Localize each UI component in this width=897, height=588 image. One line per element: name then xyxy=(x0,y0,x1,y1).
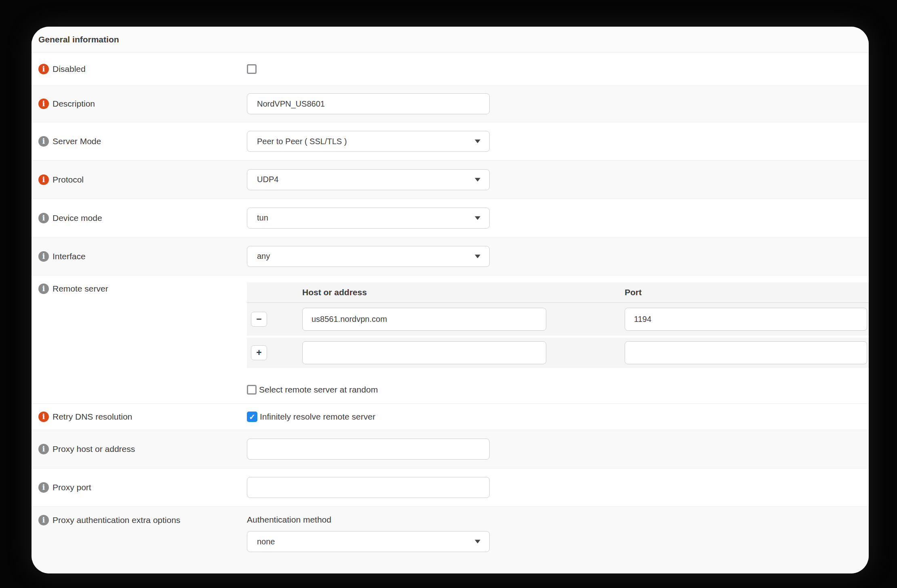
remote-server-label: Remote server xyxy=(53,284,108,294)
control-cell-device-mode: tun xyxy=(247,208,869,229)
protocol-select[interactable]: UDP4 xyxy=(247,169,490,190)
info-icon-retry-dns[interactable]: i xyxy=(38,412,49,422)
control-cell-server-mode: Peer to Peer ( SSL/TLS ) xyxy=(247,131,869,152)
proxy-host-input[interactable] xyxy=(247,439,490,460)
disabled-label: Disabled xyxy=(53,64,86,74)
info-icon-device-mode[interactable]: i xyxy=(38,213,49,223)
disabled-checkbox[interactable] xyxy=(247,64,257,74)
row-remote-server: i Remote server Host or address Port − xyxy=(32,275,869,404)
proxy-auth-label: Proxy authentication extra options xyxy=(53,515,180,525)
description-input[interactable] xyxy=(247,93,490,114)
section-title: General information xyxy=(38,35,119,44)
remote-port-input-0[interactable] xyxy=(625,308,867,331)
device-mode-value: tun xyxy=(257,213,268,223)
info-glyph: i xyxy=(42,100,45,107)
remote-server-control: Host or address Port − xyxy=(247,282,869,395)
row-proxy-host: i Proxy host or address xyxy=(32,430,869,468)
auth-method-group: Authentication method none xyxy=(247,515,490,552)
label-cell-proxy-auth: i Proxy authentication extra options xyxy=(32,507,247,525)
row-disabled: i Disabled xyxy=(32,52,869,86)
control-cell-protocol: UDP4 xyxy=(247,169,869,190)
remote-host-input-0[interactable] xyxy=(302,308,546,331)
description-label: Description xyxy=(53,99,95,109)
server-mode-label: Server Mode xyxy=(53,136,101,146)
remove-row-button[interactable]: − xyxy=(251,312,267,327)
server-mode-select[interactable]: Peer to Peer ( SSL/TLS ) xyxy=(247,131,490,152)
row-retry-dns: i Retry DNS resolution ✓ Infinitely reso… xyxy=(32,404,869,430)
auth-method-label: Authentication method xyxy=(247,515,331,525)
control-cell-description xyxy=(247,93,869,114)
label-cell-protocol: i Protocol xyxy=(32,174,247,185)
control-cell-proxy-auth: Authentication method none xyxy=(247,507,869,552)
chevron-down-icon xyxy=(475,254,480,258)
chevron-down-icon xyxy=(475,216,480,220)
remote-port-input-1[interactable] xyxy=(625,341,867,364)
chevron-down-icon xyxy=(475,140,480,143)
auth-method-select[interactable]: none xyxy=(247,531,490,552)
info-icon-remote-server[interactable]: i xyxy=(38,284,49,294)
info-icon-interface[interactable]: i xyxy=(38,251,49,262)
port-column-header: Port xyxy=(625,288,642,297)
control-cell-interface: any xyxy=(247,246,869,267)
device-mode-label: Device mode xyxy=(53,213,102,223)
row-description: i Description xyxy=(32,86,869,122)
info-icon-server-mode[interactable]: i xyxy=(38,136,49,147)
plus-icon: + xyxy=(256,348,261,357)
select-random-label: Select remote server at random xyxy=(259,385,378,395)
label-cell-interface: i Interface xyxy=(32,251,247,262)
protocol-label: Protocol xyxy=(53,175,84,185)
auth-method-value: none xyxy=(257,537,275,546)
label-cell-remote-server: i Remote server xyxy=(32,275,247,294)
info-glyph: i xyxy=(42,176,45,183)
info-glyph: i xyxy=(42,413,45,420)
control-cell-proxy-port xyxy=(247,477,869,498)
minus-icon: − xyxy=(256,315,261,324)
remote-server-row: + xyxy=(247,336,869,368)
remote-host-input-1[interactable] xyxy=(302,341,546,364)
retry-dns-label: Retry DNS resolution xyxy=(53,412,132,422)
proxy-host-label: Proxy host or address xyxy=(53,444,135,454)
info-icon-proxy-port[interactable]: i xyxy=(38,482,49,493)
info-glyph: i xyxy=(42,138,45,145)
interface-select[interactable]: any xyxy=(247,246,490,267)
chevron-down-icon xyxy=(475,178,480,181)
control-cell-proxy-host xyxy=(247,439,869,460)
device-mode-select[interactable]: tun xyxy=(247,208,490,229)
label-cell-description: i Description xyxy=(32,99,247,109)
retry-dns-checkbox[interactable]: ✓ xyxy=(247,412,257,422)
label-cell-retry-dns: i Retry DNS resolution xyxy=(32,412,247,422)
info-icon-description[interactable]: i xyxy=(38,99,49,109)
label-cell-disabled: i Disabled xyxy=(32,64,247,74)
add-row-button[interactable]: + xyxy=(251,345,267,360)
remote-server-row: − xyxy=(247,303,869,336)
remote-server-table-header: Host or address Port xyxy=(247,282,869,303)
select-random-checkbox[interactable] xyxy=(247,385,257,395)
proxy-port-input[interactable] xyxy=(247,477,490,498)
info-icon-disabled[interactable]: i xyxy=(38,64,49,74)
row-server-mode: i Server Mode Peer to Peer ( SSL/TLS ) xyxy=(32,122,869,161)
label-cell-device-mode: i Device mode xyxy=(32,213,247,223)
section-header: General information xyxy=(32,27,869,52)
protocol-value: UDP4 xyxy=(257,175,278,184)
label-cell-proxy-host: i Proxy host or address xyxy=(32,444,247,454)
info-icon-proxy-auth[interactable]: i xyxy=(38,515,49,525)
row-interface: i Interface any xyxy=(32,237,869,275)
info-glyph: i xyxy=(42,517,45,524)
row-proxy-port: i Proxy port xyxy=(32,468,869,507)
info-glyph: i xyxy=(42,445,45,453)
interface-value: any xyxy=(257,252,270,261)
info-glyph: i xyxy=(42,65,45,73)
info-icon-proxy-host[interactable]: i xyxy=(38,444,49,454)
control-cell-remote-server: Host or address Port − xyxy=(247,275,869,395)
info-glyph: i xyxy=(42,484,45,491)
info-glyph: i xyxy=(42,214,45,222)
info-glyph: i xyxy=(42,285,45,292)
host-column-header: Host or address xyxy=(302,288,367,297)
info-icon-protocol[interactable]: i xyxy=(38,174,49,185)
row-protocol: i Protocol UDP4 xyxy=(32,161,869,199)
interface-label: Interface xyxy=(53,252,86,261)
chevron-down-icon xyxy=(475,540,480,544)
retry-dns-checkbox-label: Infinitely resolve remote server xyxy=(260,412,375,422)
server-mode-value: Peer to Peer ( SSL/TLS ) xyxy=(257,137,347,146)
row-device-mode: i Device mode tun xyxy=(32,199,869,237)
